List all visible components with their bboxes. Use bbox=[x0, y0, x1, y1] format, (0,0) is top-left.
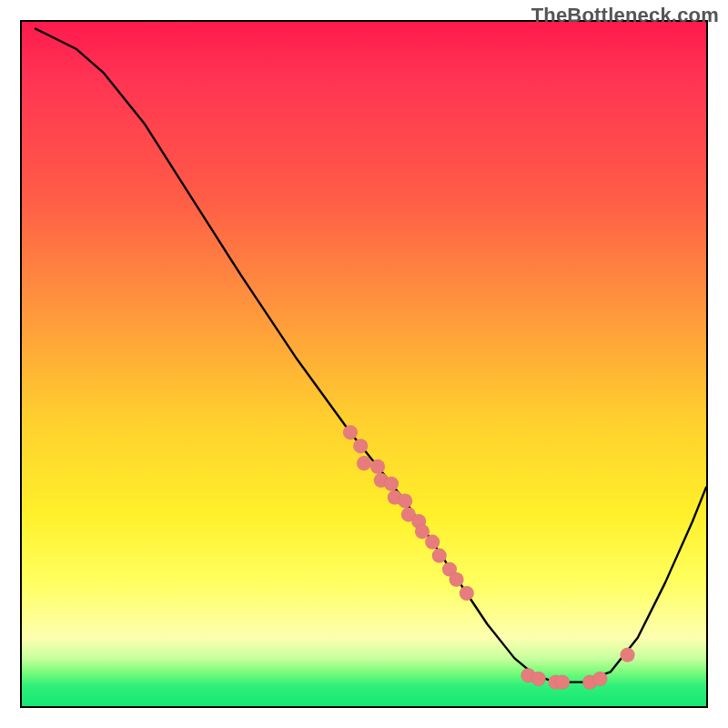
plot-area bbox=[20, 20, 708, 708]
data-point bbox=[555, 675, 570, 690]
curve-layer bbox=[22, 22, 706, 706]
data-point bbox=[384, 477, 399, 491]
data-point bbox=[432, 549, 447, 563]
data-point bbox=[343, 425, 358, 440]
bottleneck-curve bbox=[35, 29, 706, 682]
data-point bbox=[460, 586, 474, 601]
data-point bbox=[357, 456, 371, 470]
data-point bbox=[425, 535, 440, 550]
data-point bbox=[353, 439, 368, 453]
watermark-text: TheBottleneck.com bbox=[531, 4, 719, 27]
data-point bbox=[621, 648, 635, 662]
scatter-points bbox=[343, 425, 634, 689]
data-point bbox=[370, 460, 385, 474]
chart-frame: TheBottleneck.com bbox=[0, 0, 728, 728]
data-point bbox=[398, 493, 412, 508]
data-point bbox=[450, 572, 464, 587]
data-point bbox=[531, 672, 546, 686]
data-point bbox=[592, 672, 607, 686]
